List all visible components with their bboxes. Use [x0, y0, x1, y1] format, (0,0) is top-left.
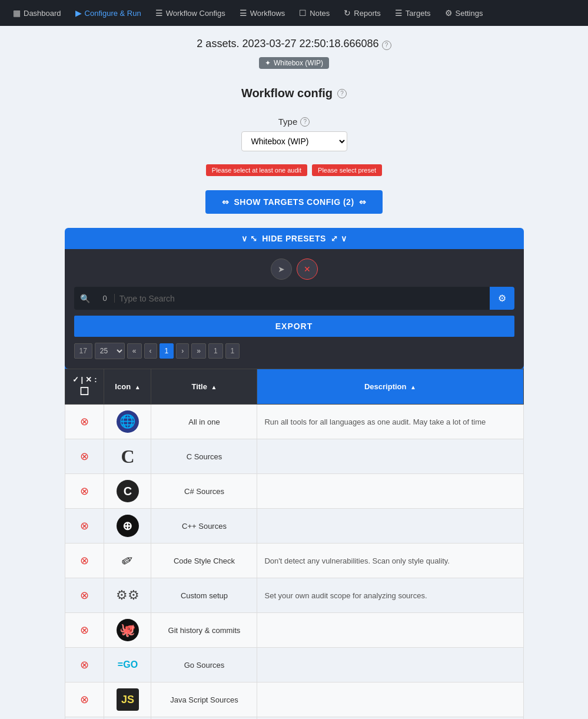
remove-icon-6[interactable]: ⊗	[80, 624, 89, 636]
total-rows: 17	[74, 343, 92, 359]
go-icon: =GO	[114, 654, 142, 676]
filter-button[interactable]: ⚙	[490, 287, 514, 310]
nav-dashboard[interactable]: ▦ Dashboard	[7, 5, 67, 21]
row-desc-9	[257, 717, 523, 720]
remove-icon-0[interactable]: ⊗	[80, 416, 89, 428]
row-icon-5: ⚙⚙	[104, 578, 151, 613]
row-title-3: C++ Sources	[151, 509, 257, 544]
presets-table: ✓ | ✕ : ☐ Icon ▲ Title ▲ Description ▲	[65, 369, 524, 719]
nav-configure-run[interactable]: ▶ Configure & Run	[69, 5, 147, 21]
chevron-down-left-icon: ∨ ⤡	[241, 234, 257, 243]
presets-header[interactable]: ∨ ⤡ HIDE PRESETS ⤢ ∨	[65, 228, 524, 249]
row-icon-6: 🐙	[104, 613, 151, 648]
row-select-7[interactable]: ⊗	[65, 648, 104, 682]
show-targets-button[interactable]: ⇔ SHOW TARGETS CONFIG (2) ⇔	[205, 190, 383, 214]
type-select[interactable]: Whitebox (WIP) Blackbox Greybox	[241, 131, 347, 151]
navigation: ▦ Dashboard ▶ Configure & Run ☰ Workflow…	[0, 0, 588, 26]
nav-targets[interactable]: ☰ Targets	[389, 5, 437, 21]
page-first[interactable]: «	[127, 343, 142, 359]
remove-icon-2[interactable]: ⊗	[80, 485, 89, 497]
targets-icon: ☰	[395, 8, 403, 18]
search-input[interactable]	[115, 288, 490, 309]
table-body: ⊗ 🌐 All in one Run all tools for all lan…	[65, 405, 523, 720]
total-pages: 1	[208, 343, 223, 359]
csharp-icon: C	[117, 480, 139, 502]
table-row: ⊗ ☕ Java Sources	[65, 717, 523, 720]
table-row: ⊗ 🐙 Git history & commits	[65, 613, 523, 648]
validation-badges: Please select at least one audit Please …	[206, 164, 382, 176]
github-icon: 🐙	[117, 619, 139, 641]
row-title-0: All in one	[151, 405, 257, 439]
nav-workflow-configs-label: Workflow Configs	[166, 9, 225, 18]
row-select-3[interactable]: ⊗	[65, 509, 104, 544]
table-row: ⊗ ⊕ C++ Sources	[65, 509, 523, 544]
row-select-8[interactable]: ⊗	[65, 682, 104, 717]
row-select-5[interactable]: ⊗	[65, 578, 104, 613]
row-select-2[interactable]: ⊗	[65, 474, 104, 509]
table-row: ⊗ =GO Go Sources	[65, 648, 523, 682]
title-sort-arrow: ▲	[211, 384, 217, 390]
nav-targets-label: Targets	[406, 9, 431, 18]
icon-sort-arrow: ▲	[135, 384, 141, 390]
row-desc-1	[257, 439, 523, 474]
remove-icon-5[interactable]: ⊗	[80, 589, 89, 601]
assets-text: 2 assets. 2023-03-27 22:50:18.666086	[197, 38, 378, 49]
row-icon-4: ✏	[104, 544, 151, 578]
col-icon[interactable]: Icon ▲	[104, 369, 151, 405]
show-targets-label: SHOW TARGETS CONFIG (2)	[234, 197, 354, 207]
row-select-9[interactable]: ⊗	[65, 717, 104, 720]
notes-icon: ☐	[299, 8, 307, 18]
col-select[interactable]: ✓ | ✕ : ☐	[65, 369, 104, 405]
doc-icon: ☐	[72, 385, 97, 398]
remove-icon-8[interactable]: ⊗	[80, 694, 89, 705]
chevron-down-right-icon: ⤢ ∨	[331, 234, 347, 243]
page-size-select[interactable]: 25 10 50 100	[95, 343, 125, 359]
page-current[interactable]: 1	[160, 343, 174, 359]
expand-right-icon: ⇔	[359, 197, 367, 207]
assets-help-icon[interactable]: ?	[382, 41, 391, 50]
pen-icon: ✏	[112, 545, 143, 576]
navigate-icon: ➤	[278, 264, 285, 274]
nav-workflows[interactable]: ☰ Workflows	[234, 5, 291, 21]
remove-icon-7[interactable]: ⊗	[80, 659, 89, 671]
row-title-5: Custom setup	[151, 578, 257, 613]
col-title[interactable]: Title ▲	[151, 369, 257, 405]
nav-dashboard-label: Dashboard	[24, 9, 61, 18]
row-select-0[interactable]: ⊗	[65, 405, 104, 439]
export-button[interactable]: EXPORT	[74, 316, 514, 337]
type-label-row: Type ?	[241, 117, 347, 127]
row-title-8: Java Script Sources	[151, 682, 257, 717]
close-nav-btn[interactable]: ✕	[297, 259, 318, 280]
nav-workflow-configs[interactable]: ☰ Workflow Configs	[150, 5, 231, 21]
page-next[interactable]: ›	[176, 343, 189, 359]
nav-reports[interactable]: ↻ Reports	[338, 5, 387, 21]
remove-icon-4[interactable]: ⊗	[80, 555, 89, 566]
row-desc-7	[257, 648, 523, 682]
row-title-6: Git history & commits	[151, 613, 257, 648]
cpp-icon: ⊕	[117, 515, 139, 537]
row-select-1[interactable]: ⊗	[65, 439, 104, 474]
type-help-icon[interactable]: ?	[300, 117, 310, 127]
nav-notes[interactable]: ☐ Notes	[293, 5, 335, 21]
validation-preset-badge: Please select preset	[312, 164, 382, 176]
preset-nav-controls: ➤ ✕	[74, 259, 514, 280]
page-header: 2 assets. 2023-03-27 22:50:18.666086 ? ✦…	[197, 38, 391, 110]
workflow-help-icon[interactable]: ?	[337, 89, 347, 98]
row-title-9: Java Sources	[151, 717, 257, 720]
row-select-4[interactable]: ⊗	[65, 544, 104, 578]
badge-label: Whitebox (WIP)	[274, 59, 323, 67]
table-row: ⊗ C C# Sources	[65, 474, 523, 509]
search-bar: 🔍 0 ⚙	[74, 287, 514, 310]
nav-reports-label: Reports	[354, 9, 381, 18]
remove-icon-3[interactable]: ⊗	[80, 520, 89, 532]
navigate-btn[interactable]: ➤	[271, 259, 292, 280]
page-prev[interactable]: ‹	[144, 343, 157, 359]
globe-icon: 🌐	[117, 410, 139, 433]
remove-icon-1[interactable]: ⊗	[80, 450, 89, 462]
row-desc-5: Set your own audit scope for analyzing s…	[257, 578, 523, 613]
nav-settings[interactable]: ⚙ Settings	[439, 5, 489, 21]
col-description[interactable]: Description ▲	[257, 369, 523, 405]
row-select-6[interactable]: ⊗	[65, 613, 104, 648]
page-last[interactable]: »	[191, 343, 206, 359]
presets-body: ➤ ✕ 🔍 0 ⚙ EXPORT 17 25	[65, 249, 524, 369]
